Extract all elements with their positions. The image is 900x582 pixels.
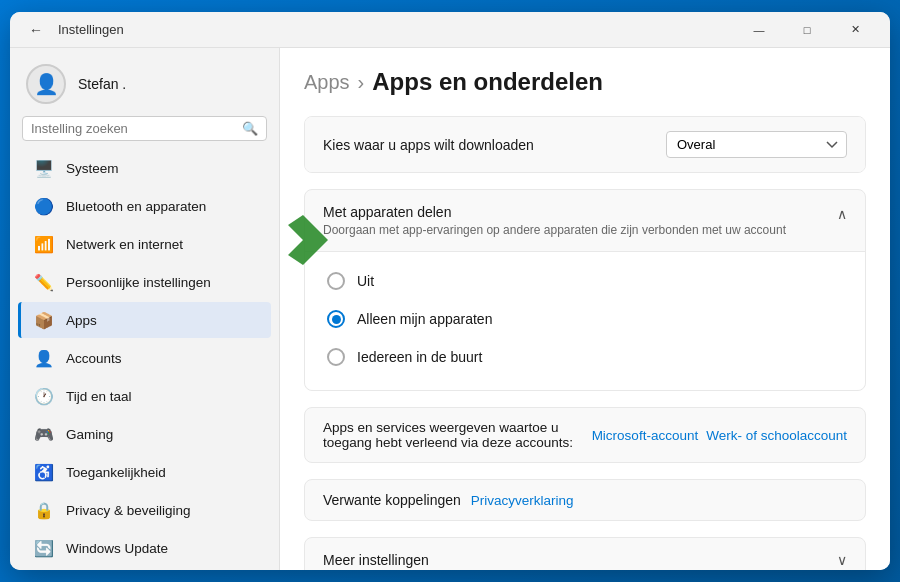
search-box[interactable]: 🔍 — [22, 116, 267, 141]
update-icon: 🔄 — [34, 538, 54, 558]
nav-label-persoonlijk: Persoonlijke instellingen — [66, 275, 211, 290]
sharing-title-group: Met apparaten delen Doorgaan met app-erv… — [323, 204, 837, 237]
nav-item-update[interactable]: 🔄 Windows Update — [18, 530, 271, 566]
more-section: Meer instellingen ∨ — [304, 537, 866, 570]
microsoft-account-link[interactable]: Microsoft-account — [592, 428, 699, 443]
download-dropdown[interactable]: Overal Alleen Microsoft Store Aanbevolen… — [666, 131, 847, 158]
more-header[interactable]: Meer instellingen ∨ — [305, 538, 865, 570]
user-section: 👤 Stefan . — [10, 48, 279, 116]
bluetooth-icon: 🔵 — [34, 196, 54, 216]
radio-option-iedereen[interactable]: Iedereen in de buurt — [323, 338, 847, 376]
nav-label-bluetooth: Bluetooth en apparaten — [66, 199, 206, 214]
nav-label-toegankelijkheid: Toegankelijkheid — [66, 465, 166, 480]
radio-option-alleen[interactable]: Alleen mijn apparaten — [323, 300, 847, 338]
apps-icon: 📦 — [34, 310, 54, 330]
radio-circle-iedereen — [327, 348, 345, 366]
radio-option-uit[interactable]: Uit — [323, 262, 847, 300]
content-area: 👤 Stefan . 🔍 🖥️ Systeem 🔵 Bluetooth en a… — [10, 48, 890, 570]
breadcrumb-current: Apps en onderdelen — [372, 68, 603, 96]
search-icon: 🔍 — [242, 121, 258, 136]
nav-item-apps[interactable]: 📦 Apps — [18, 302, 271, 338]
close-button[interactable]: ✕ — [832, 12, 878, 48]
nav-item-privacy[interactable]: 🔒 Privacy & beveiliging — [18, 492, 271, 528]
avatar: 👤 — [26, 64, 66, 104]
tijd-icon: 🕐 — [34, 386, 54, 406]
toegankelijkheid-icon: ♿ — [34, 462, 54, 482]
breadcrumb-sep: › — [358, 71, 365, 94]
sharing-subtitle: Doorgaan met app-ervaringen op andere ap… — [323, 223, 837, 237]
titlebar: ← Instellingen — □ ✕ — [10, 12, 890, 48]
radio-dot-alleen — [332, 315, 341, 324]
nav-item-toegankelijkheid[interactable]: ♿ Toegankelijkheid — [18, 454, 271, 490]
search-input[interactable] — [31, 121, 236, 136]
user-name: Stefan . — [78, 76, 126, 92]
nav-label-tijd: Tijd en taal — [66, 389, 132, 404]
nav-item-tijd[interactable]: 🕐 Tijd en taal — [18, 378, 271, 414]
minimize-button[interactable]: — — [736, 12, 782, 48]
schoolwork-account-link[interactable]: Werk- of schoolaccount — [706, 428, 847, 443]
nav-item-gaming[interactable]: 🎮 Gaming — [18, 416, 271, 452]
nav-item-bluetooth[interactable]: 🔵 Bluetooth en apparaten — [18, 188, 271, 224]
sidebar: 👤 Stefan . 🔍 🖥️ Systeem 🔵 Bluetooth en a… — [10, 48, 280, 570]
nav-label-netwerk: Netwerk en internet — [66, 237, 183, 252]
download-section: Kies waar u apps wilt downloaden Overal … — [304, 116, 866, 173]
accounts-label: Apps en services weergeven waartoe u toe… — [323, 420, 584, 450]
gaming-icon: 🎮 — [34, 424, 54, 444]
download-row: Kies waar u apps wilt downloaden Overal … — [305, 117, 865, 172]
accounts-icon: 👤 — [34, 348, 54, 368]
avatar-icon: 👤 — [34, 72, 59, 96]
radio-label-alleen: Alleen mijn apparaten — [357, 311, 492, 327]
accounts-section: Apps en services weergeven waartoe u toe… — [304, 407, 866, 463]
more-label: Meer instellingen — [323, 552, 429, 568]
chevron-up-icon: ∧ — [837, 206, 847, 222]
nav-label-update: Windows Update — [66, 541, 168, 556]
radio-label-iedereen: Iedereen in de buurt — [357, 349, 482, 365]
nav-item-netwerk[interactable]: 📶 Netwerk en internet — [18, 226, 271, 262]
privacy-icon: 🔒 — [34, 500, 54, 520]
related-label: Verwante koppelingen — [323, 492, 461, 508]
sharing-title: Met apparaten delen — [323, 204, 837, 220]
radio-label-uit: Uit — [357, 273, 374, 289]
nav-item-persoonlijk[interactable]: ✏️ Persoonlijke instellingen — [18, 264, 271, 300]
window-title: Instellingen — [58, 22, 124, 37]
radio-circle-alleen — [327, 310, 345, 328]
systeem-icon: 🖥️ — [34, 158, 54, 178]
breadcrumb-parent: Apps — [304, 71, 350, 94]
netwerk-icon: 📶 — [34, 234, 54, 254]
chevron-down-icon: ∨ — [837, 552, 847, 568]
nav-item-accounts[interactable]: 👤 Accounts — [18, 340, 271, 376]
privacy-link[interactable]: Privacyverklaring — [471, 493, 574, 508]
sharing-header[interactable]: Met apparaten delen Doorgaan met app-erv… — [305, 190, 865, 251]
main-content: Apps › Apps en onderdelen Kies waar u ap… — [280, 48, 890, 570]
maximize-button[interactable]: □ — [784, 12, 830, 48]
nav-label-systeem: Systeem — [66, 161, 119, 176]
nav-item-systeem[interactable]: 🖥️ Systeem — [18, 150, 271, 186]
window-controls: — □ ✕ — [736, 12, 878, 48]
sharing-section: Met apparaten delen Doorgaan met app-erv… — [304, 189, 866, 391]
nav-label-gaming: Gaming — [66, 427, 113, 442]
nav-label-accounts: Accounts — [66, 351, 122, 366]
radio-circle-uit — [327, 272, 345, 290]
sharing-body: Uit Alleen mijn apparaten Iedereen in de… — [305, 251, 865, 390]
breadcrumb: Apps › Apps en onderdelen — [304, 68, 866, 96]
related-section: Verwante koppelingen Privacyverklaring — [304, 479, 866, 521]
persoonlijk-icon: ✏️ — [34, 272, 54, 292]
back-button[interactable]: ← — [22, 16, 50, 44]
download-label: Kies waar u apps wilt downloaden — [323, 137, 534, 153]
nav-label-apps: Apps — [66, 313, 97, 328]
nav-label-privacy: Privacy & beveiliging — [66, 503, 191, 518]
settings-window: ← Instellingen — □ ✕ 👤 Stefan . 🔍 — [10, 12, 890, 570]
